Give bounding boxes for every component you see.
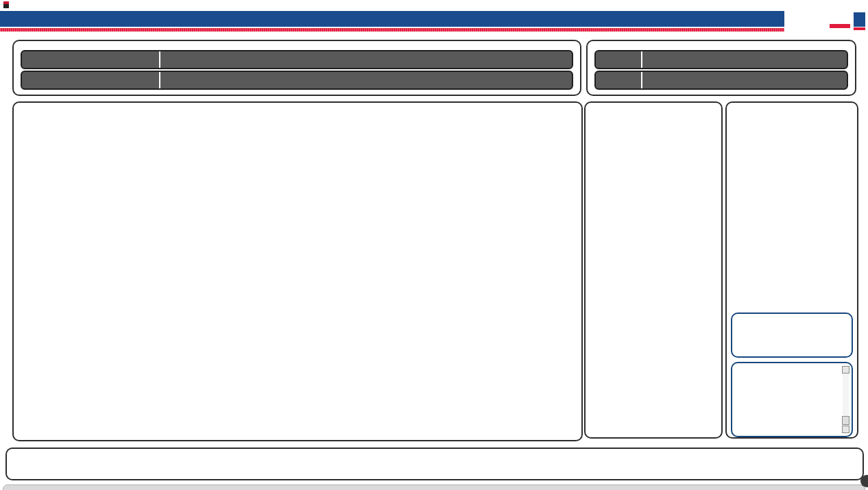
app-icon bbox=[3, 1, 9, 8]
test-model-row bbox=[21, 50, 573, 69]
set-points-group bbox=[584, 101, 723, 439]
aip-logo bbox=[784, 10, 868, 32]
brand-banner-stripe bbox=[0, 28, 788, 32]
test-item-value[interactable] bbox=[160, 72, 572, 88]
field-label bbox=[22, 51, 159, 68]
edge-widget[interactable] bbox=[860, 475, 868, 487]
other-group bbox=[725, 101, 858, 439]
motor-id-value[interactable] bbox=[642, 51, 847, 68]
bottom-bar bbox=[3, 485, 865, 490]
scrollbar-thumb[interactable] bbox=[842, 416, 849, 425]
test-param-value[interactable] bbox=[642, 72, 847, 88]
field-label bbox=[596, 51, 641, 68]
current-info-box bbox=[731, 313, 853, 358]
log-list[interactable] bbox=[737, 366, 839, 434]
scroll-up-icon[interactable] bbox=[842, 366, 849, 373]
measuring-data-group bbox=[12, 101, 583, 441]
test-item-row bbox=[21, 71, 573, 90]
brand-banner bbox=[0, 11, 868, 27]
test-param-row bbox=[594, 71, 848, 90]
titlebar bbox=[0, 0, 868, 10]
log-box bbox=[731, 362, 853, 437]
logo-square bbox=[854, 12, 865, 27]
test-model-value[interactable] bbox=[160, 51, 572, 68]
navigation-group bbox=[5, 448, 864, 480]
current-info-lines bbox=[738, 319, 847, 354]
log-scrollbar[interactable] bbox=[842, 366, 849, 433]
metadata-group bbox=[586, 40, 856, 96]
motor-id-row bbox=[594, 50, 848, 69]
field-label bbox=[596, 72, 641, 88]
scroll-down-icon[interactable] bbox=[842, 426, 849, 433]
test-program-group bbox=[12, 40, 581, 96]
charts-area bbox=[19, 111, 576, 437]
logo-red-bar bbox=[830, 24, 850, 28]
field-label bbox=[22, 72, 159, 88]
